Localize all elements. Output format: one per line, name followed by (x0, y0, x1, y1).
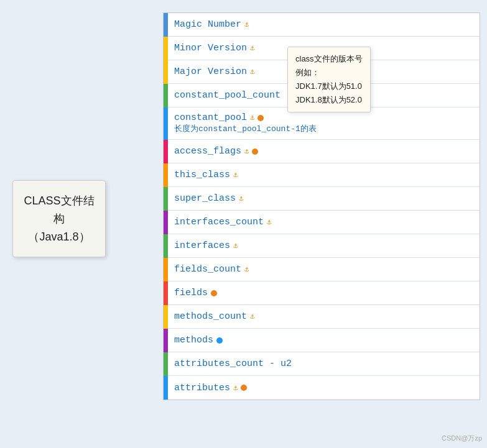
row-attributes-count: attributes_count - u2 (164, 352, 480, 376)
bar-methods (164, 329, 168, 352)
anchor-icon-fc: ⚓ (244, 265, 249, 274)
anchor-icon-mc: ⚓ (250, 312, 254, 321)
bar-access-flags (164, 140, 168, 163)
text-fields: fields (168, 281, 480, 305)
bar-minor-version (164, 37, 168, 60)
anchor-icon-magic: ⚓ (244, 20, 249, 29)
row-magic-number: Magic Number ⚓ (164, 13, 480, 37)
dot-icon-att (241, 385, 247, 391)
text-attributes: attributes ⚓ (168, 376, 480, 400)
page-container: CLASS文件结构 （Java1.8） class文件的版本号 例如： JDK1… (0, 0, 487, 448)
class-label-line2: （Java1.8） (28, 231, 90, 243)
row-methods-count: methods_count ⚓ (164, 305, 480, 329)
class-label-line1: CLASS文件结构 (24, 194, 94, 225)
text-attributes-count: attributes_count - u2 (168, 352, 480, 376)
row-access-flags: access_flags ⚓ (164, 140, 480, 163)
tooltip-line2: JDK1.7默认为51.0 (295, 80, 363, 93)
class-diagram: class文件的版本号 例如： JDK1.7默认为51.0 JDK1.8默认为5… (163, 12, 480, 400)
class-structure-label: CLASS文件结构 （Java1.8） (12, 180, 106, 257)
row-fields: fields (164, 281, 480, 305)
row-this-class: this_class ⚓ (164, 163, 480, 187)
anchor-icon-sc: ⚓ (239, 194, 243, 203)
bar-major-version (164, 60, 168, 84)
version-tooltip: class文件的版本号 例如： JDK1.7默认为51.0 JDK1.8默认为5… (287, 47, 371, 112)
anchor-icon-tc: ⚓ (233, 170, 238, 180)
text-methods-count: methods_count ⚓ (168, 305, 480, 329)
text-magic-number: Magic Number ⚓ (168, 13, 480, 37)
text-access-flags: access_flags ⚓ (168, 140, 480, 163)
dot-icon-fields (211, 290, 217, 296)
tooltip-line3: JDK1.8默认为52.0 (295, 93, 363, 107)
text-fields-count: fields_count ⚓ (168, 258, 480, 281)
row-interfaces-count: interfaces_count ⚓ (164, 211, 480, 234)
text-methods: methods (168, 329, 480, 352)
anchor-icon-int: ⚓ (233, 241, 238, 250)
bar-fields (164, 281, 168, 305)
row-super-class: super_class ⚓ (164, 187, 480, 211)
bar-interfaces (164, 234, 168, 258)
row-methods: methods (164, 329, 480, 352)
bar-this-class (164, 163, 168, 187)
anchor-icon-major: ⚓ (250, 67, 254, 76)
bar-attributes-count (164, 352, 168, 376)
tooltip-title: class文件的版本号 (295, 52, 363, 66)
anchor-icon-minor: ⚓ (250, 43, 254, 53)
row-interfaces: interfaces ⚓ (164, 234, 480, 258)
bar-attributes (164, 376, 168, 400)
bar-super-class (164, 187, 168, 211)
tooltip-line1: 例如： (295, 66, 363, 80)
anchor-icon-ic: ⚓ (267, 217, 271, 227)
row-attributes: attributes ⚓ (164, 376, 480, 400)
bar-fields-count (164, 258, 168, 281)
anchor-icon-cp: ⚓ (250, 113, 254, 122)
bar-magic-number (164, 13, 168, 37)
row-fields-count: fields_count ⚓ (164, 258, 480, 281)
text-interfaces-count: interfaces_count ⚓ (168, 211, 480, 234)
anchor-icon-att: ⚓ (233, 383, 238, 393)
text-interfaces: interfaces ⚓ (168, 234, 480, 258)
dot-icon-methods (216, 337, 223, 344)
text-this-class: this_class ⚓ (168, 163, 480, 187)
bar-interfaces-count (164, 211, 168, 234)
dot-icon-cp (257, 115, 264, 121)
anchor-icon-af: ⚓ (244, 147, 249, 156)
bar-constant-pool-count (164, 84, 168, 107)
dot-icon-af (252, 149, 258, 155)
watermark: CSDN@万zp (442, 434, 482, 443)
text-super-class: super_class ⚓ (168, 187, 480, 211)
bar-methods-count (164, 305, 168, 329)
bar-constant-pool (164, 107, 168, 140)
